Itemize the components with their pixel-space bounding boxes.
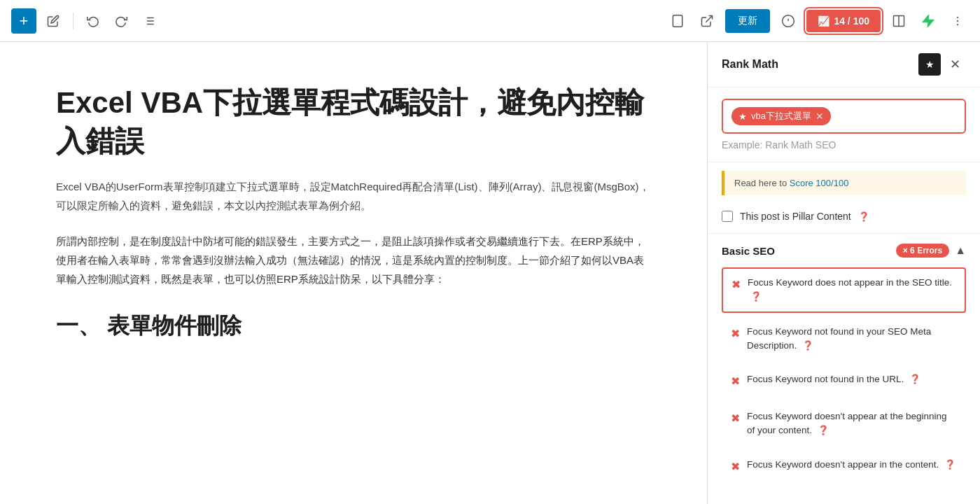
close-icon: ✕: [950, 57, 960, 72]
post-title[interactable]: Excel VBA下拉選單程式碼設計，避免內控輸入錯誤: [56, 84, 651, 160]
post-excerpt[interactable]: Excel VBA的UserForm表單控制項建立下拉式選單時，設定MatchR…: [56, 177, 651, 215]
columns-button[interactable]: [888, 10, 910, 32]
keyword-tag: ★ vba下拉式選單 ✕: [732, 107, 831, 125]
score-trend-icon: 📈: [818, 15, 830, 27]
svg-point-16: [957, 20, 958, 21]
sidebar-panel-title: Rank Math: [722, 58, 778, 71]
post-body[interactable]: 所謂內部控制，是在制度設計中防堵可能的錯誤發生，主要方式之一，是阻止該項操作或者…: [56, 232, 651, 288]
sidebar-header-actions: ★ ✕: [918, 53, 966, 76]
keyword-section: ★ vba下拉式選單 ✕ Example: Rank Math SEO: [708, 88, 980, 162]
svg-marker-14: [923, 14, 934, 27]
list-view-button[interactable]: [138, 10, 160, 32]
error-text-3: Focus Keyword not found in the URL. ❓: [747, 372, 957, 386]
error-item-1: ✖ Focus Keyword does not appear in the S…: [722, 267, 966, 313]
undo-button[interactable]: [82, 10, 104, 32]
help-icon-1[interactable]: ❓: [750, 291, 762, 302]
score-notice: Read here to Score 100/100: [722, 171, 966, 195]
settings-circle-button[interactable]: [777, 10, 799, 32]
error-text-5: Focus Keyword doesn't appear in the cont…: [747, 458, 957, 472]
score-link[interactable]: Score 100/100: [790, 178, 849, 188]
redo-icon: [115, 15, 127, 27]
pen-icon-button[interactable]: [42, 10, 64, 32]
toolbar: + 更新 📈 14 / 100: [0, 0, 980, 42]
star-icon: ★: [925, 59, 934, 70]
keyword-tag-text: vba下拉式選單: [751, 110, 811, 122]
toolbar-right: 更新 📈 14 / 100: [666, 9, 969, 33]
pillar-help-icon[interactable]: ❓: [858, 211, 869, 222]
lightning-icon: [920, 13, 936, 29]
chevron-up-icon: ▲: [955, 244, 966, 257]
score-value: 14 / 100: [834, 15, 869, 27]
error-icon-1: ✖: [732, 276, 741, 293]
tablet-icon: [671, 14, 685, 28]
errors-badge: × 6 Errors: [896, 244, 949, 258]
error-item-4: ✖ Focus Keyword doesn't appear at the be…: [722, 402, 966, 446]
rank-math-score-button[interactable]: 📈 14 / 100: [806, 10, 881, 32]
more-options-button[interactable]: [946, 10, 969, 32]
update-button[interactable]: 更新: [725, 9, 770, 33]
error-text-2: Focus Keyword not found in your SEO Meta…: [747, 325, 957, 354]
basic-seo-section: Basic SEO × 6 Errors ▲ ✖ Focus Keyword d…: [708, 234, 980, 498]
editor-area: Excel VBA下拉選單程式碼設計，避免內控輸入錯誤 Excel VBA的Us…: [0, 42, 707, 504]
error-list: ✖ Focus Keyword does not appear in the S…: [708, 267, 980, 498]
basic-seo-right: × 6 Errors ▲: [896, 244, 966, 258]
external-link-icon: [700, 14, 714, 28]
error-icon-3: ✖: [731, 373, 740, 390]
error-icon-2: ✖: [731, 326, 740, 342]
basic-seo-title: Basic SEO: [722, 245, 775, 257]
view-post-button[interactable]: [696, 10, 718, 32]
close-sidebar-button[interactable]: ✕: [944, 53, 966, 76]
svg-point-17: [957, 24, 958, 25]
help-icon-4[interactable]: ❓: [818, 425, 829, 435]
sidebar: Rank Math ★ ✕ ★ vba下拉式選單 ✕ Example: Rank…: [707, 42, 980, 504]
error-item-2: ✖ Focus Keyword not found in your SEO Me…: [722, 317, 966, 361]
svg-point-15: [957, 16, 958, 18]
columns-icon: [892, 14, 906, 28]
sidebar-header: Rank Math ★ ✕: [708, 42, 980, 88]
keyword-tag-remove[interactable]: ✕: [816, 111, 824, 122]
post-section-title[interactable]: 一、 表單物件刪除: [56, 311, 651, 342]
error-item-5: ✖ Focus Keyword doesn't appear in the co…: [722, 450, 966, 483]
divider-1: [73, 13, 74, 29]
preview-tablet-button[interactable]: [666, 10, 689, 32]
help-icon-5[interactable]: ❓: [944, 459, 955, 470]
error-icon-5: ✖: [731, 458, 740, 475]
settings-circle-icon: [781, 14, 795, 28]
error-icon-4: ✖: [731, 410, 740, 427]
error-text-1: Focus Keyword does not appear in the SEO…: [748, 276, 956, 304]
pillar-content-checkbox[interactable]: [722, 211, 733, 222]
more-vertical-icon: [951, 15, 964, 27]
toolbar-left: +: [11, 8, 661, 34]
error-item-3: ✖ Focus Keyword not found in the URL. ❓: [722, 365, 966, 398]
keyword-placeholder-text: Example: Rank Math SEO: [722, 139, 966, 150]
help-icon-3[interactable]: ❓: [909, 374, 920, 384]
star-button[interactable]: ★: [918, 53, 941, 76]
help-icon-2[interactable]: ❓: [802, 340, 813, 351]
score-notice-text: Read here to: [734, 178, 787, 188]
redo-button[interactable]: [110, 10, 132, 32]
basic-seo-header[interactable]: Basic SEO × 6 Errors ▲: [708, 234, 980, 267]
svg-line-8: [706, 15, 713, 22]
pen-icon: [47, 15, 59, 27]
keyword-input-box[interactable]: ★ vba下拉式選單 ✕: [722, 99, 966, 134]
error-text-4: Focus Keyword doesn't appear at the begi…: [747, 410, 957, 438]
undo-icon: [87, 15, 99, 27]
add-block-button[interactable]: +: [11, 8, 36, 34]
list-icon: [143, 15, 155, 27]
star-prefix: ★: [738, 111, 747, 122]
pillar-content-section: This post is Pillar Content ❓: [708, 204, 980, 234]
main-area: Excel VBA下拉選單程式碼設計，避免內控輸入錯誤 Excel VBA的Us…: [0, 42, 980, 504]
pillar-content-label: This post is Pillar Content: [740, 211, 851, 222]
performance-button[interactable]: [917, 10, 939, 32]
